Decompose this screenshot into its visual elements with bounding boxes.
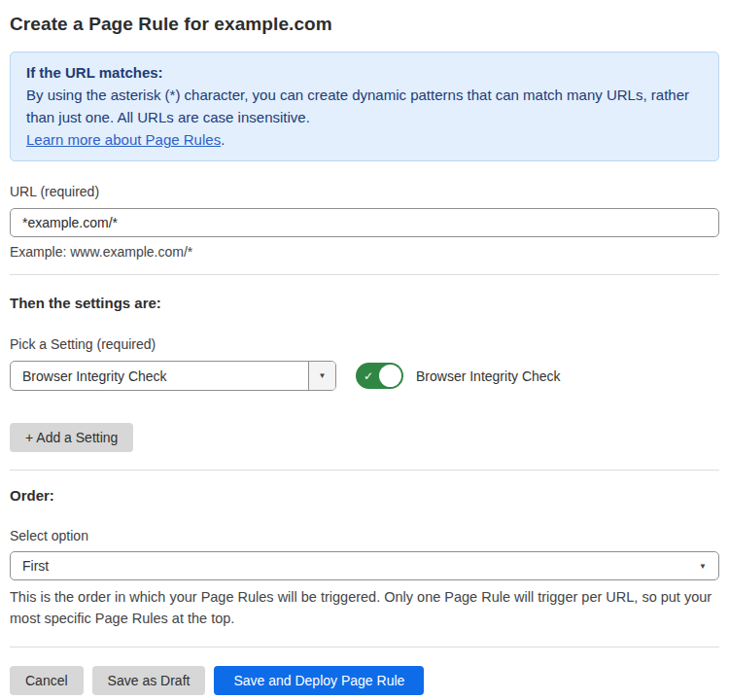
cancel-button[interactable]: Cancel: [10, 666, 84, 695]
setting-select-arrow-button[interactable]: ▼: [308, 362, 335, 390]
section-divider: [10, 274, 719, 275]
check-icon: ✓: [364, 370, 373, 382]
section-divider: [10, 470, 719, 471]
setting-row: Browser Integrity Check ▼ ✓ Browser Inte…: [10, 361, 719, 391]
browser-integrity-check-toggle[interactable]: ✓: [356, 363, 403, 389]
setting-select[interactable]: Browser Integrity Check ▼: [10, 361, 336, 391]
chevron-down-icon: ▼: [699, 562, 707, 571]
settings-section-heading: Then the settings are:: [10, 295, 719, 311]
order-select-label: Select option: [10, 528, 719, 544]
link-suffix: .: [221, 131, 225, 148]
order-select-value: First: [22, 558, 699, 574]
footer-divider: [10, 647, 719, 648]
learn-more-link[interactable]: Learn more about Page Rules: [26, 131, 221, 148]
order-help-text: This is the order in which your Page Rul…: [10, 586, 719, 629]
setting-select-value: Browser Integrity Check: [11, 362, 308, 390]
url-example-text: Example: www.example.com/*: [10, 244, 719, 260]
info-box-body: By using the asterisk (*) character, you…: [26, 84, 703, 128]
info-box-link-line: Learn more about Page Rules.: [26, 128, 703, 151]
url-field-label: URL (required): [10, 184, 719, 200]
footer-actions: Cancel Save as Draft Save and Deploy Pag…: [10, 666, 719, 695]
create-page-rule-panel: Create a Page Rule for example.com If th…: [0, 13, 729, 695]
info-box-heading: If the URL matches:: [26, 61, 703, 84]
chevron-down-icon: ▼: [319, 371, 327, 380]
order-section-heading: Order:: [10, 487, 719, 504]
toggle-knob: [379, 365, 401, 387]
save-and-deploy-button[interactable]: Save and Deploy Page Rule: [214, 666, 424, 695]
page-title: Create a Page Rule for example.com: [10, 13, 719, 35]
url-matches-info-box: If the URL matches: By using the asteris…: [10, 52, 719, 161]
pick-setting-label: Pick a Setting (required): [10, 336, 719, 353]
add-setting-button[interactable]: + Add a Setting: [10, 423, 133, 452]
toggle-label: Browser Integrity Check: [416, 368, 561, 384]
url-input[interactable]: [10, 208, 719, 237]
save-as-draft-button[interactable]: Save as Draft: [92, 666, 206, 695]
order-select[interactable]: First ▼: [10, 551, 719, 580]
